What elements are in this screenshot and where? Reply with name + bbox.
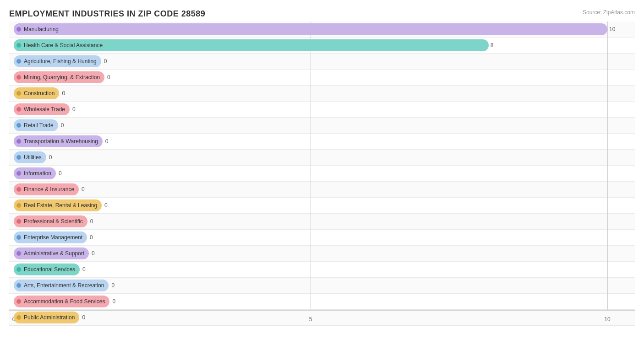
bar-row: Information0: [9, 166, 635, 182]
bar-pill-administrative: Administrative & Support: [14, 247, 89, 259]
bar-row: Agriculture, Fishing & Hunting0: [9, 54, 635, 70]
bar-row: Educational Services0: [9, 262, 635, 278]
dot-retail: [16, 123, 21, 128]
chart-container: EMPLOYMENT INDUSTRIES IN ZIP CODE 28589 …: [0, 0, 644, 355]
bar-row: Wholesale Trade0: [9, 102, 635, 118]
bar-pill-professional: Professional & Scientific: [14, 215, 87, 227]
bar-pill-wholesale: Wholesale Trade: [14, 103, 70, 115]
bar-pill-manufacturing: Manufacturing: [14, 23, 63, 35]
bar-pill-public: Public Administration: [14, 312, 79, 323]
source-text: Source: ZipAtlas.com: [583, 9, 635, 16]
bar-label-educational: Educational Services: [24, 266, 75, 273]
dot-administrative: [16, 251, 21, 256]
bar-value-mining: 0: [107, 74, 110, 81]
bar-label-manufacturing: Manufacturing: [24, 26, 59, 32]
bar-row: Enterprise Management0: [9, 230, 635, 246]
bars-container: Manufacturing10Health Care & Social Assi…: [9, 22, 635, 310]
chart-area: Manufacturing10Health Care & Social Assi…: [9, 22, 635, 326]
bar-row: Manufacturing10: [9, 22, 635, 38]
bar-pill-mining: Mining, Quarrying, & Extraction: [14, 71, 104, 83]
bar-row: Real Estate, Rental & Leasing0: [9, 198, 635, 214]
bar-value-information: 0: [59, 170, 62, 177]
bar-row: Health Care & Social Assistance8: [9, 38, 635, 54]
bar-label-realestate: Real Estate, Rental & Leasing: [24, 202, 97, 209]
bar-value-manufacturing: 10: [609, 26, 615, 32]
dot-realestate: [16, 203, 21, 208]
bar-value-administrative: 0: [92, 250, 95, 257]
bar-value-wholesale: 0: [72, 106, 76, 113]
dot-accommodation: [16, 299, 21, 304]
bar-pill-arts: Arts, Entertainment & Recreation: [14, 280, 109, 291]
x-tick-2: 10: [604, 316, 610, 323]
bar-pill-healthcare: Health Care & Social Assistance: [14, 39, 107, 51]
bar-value-utilities: 0: [49, 154, 52, 161]
bar-label-utilities: Utilities: [24, 154, 42, 161]
bar-label-information: Information: [24, 170, 51, 177]
bar-value-retail: 0: [61, 122, 64, 129]
bar-row: Construction0: [9, 86, 635, 102]
bar-row: Mining, Quarrying, & Extraction0: [9, 70, 635, 86]
bar-value-agriculture: 0: [104, 58, 107, 65]
dot-professional: [16, 219, 21, 224]
bar-label-wholesale: Wholesale Trade: [24, 106, 65, 113]
bar-pill-enterprise: Enterprise Management: [14, 231, 87, 243]
bar-row: Finance & Insurance0: [9, 182, 635, 198]
dot-transportation: [16, 139, 21, 144]
bar-row: Administrative & Support0: [9, 246, 635, 262]
bar-value-realestate: 0: [104, 202, 108, 209]
bar-label-retail: Retail Trade: [24, 122, 54, 129]
x-axis: 0510: [9, 310, 635, 326]
bar-pill-retail: Retail Trade: [14, 119, 58, 131]
bar-row: Professional & Scientific0: [9, 214, 635, 230]
bar-label-transportation: Transportation & Warehousing: [24, 138, 98, 145]
bar-label-arts: Arts, Entertainment & Recreation: [24, 282, 104, 289]
dot-mining: [16, 75, 21, 80]
dot-information: [16, 171, 21, 176]
bar-pill-information: Information: [14, 167, 56, 179]
bar-value-professional: 0: [90, 218, 93, 225]
x-tick-1: 5: [309, 316, 312, 323]
bar-row: Arts, Entertainment & Recreation0: [9, 278, 635, 294]
bar-label-agriculture: Agriculture, Fishing & Hunting: [24, 58, 97, 65]
dot-public: [16, 315, 21, 320]
bar-label-public: Public Administration: [24, 314, 75, 321]
bar-pill-utilities: Utilities: [14, 151, 46, 163]
dot-construction: [16, 91, 21, 96]
bar-label-accommodation: Accommodation & Food Services: [24, 298, 105, 305]
bar-pill-realestate: Real Estate, Rental & Leasing: [14, 199, 102, 211]
dot-arts: [16, 283, 21, 288]
bar-value-educational: 0: [82, 266, 86, 273]
bar-label-enterprise: Enterprise Management: [24, 234, 82, 241]
bar-label-professional: Professional & Scientific: [24, 218, 83, 225]
bar-row: Accommodation & Food Services0: [9, 294, 635, 310]
grid-line-1: [311, 22, 311, 310]
bar-pill-accommodation: Accommodation & Food Services: [14, 296, 109, 307]
dot-finance: [16, 187, 21, 192]
dot-healthcare: [16, 43, 21, 48]
bar-row: Transportation & Warehousing0: [9, 134, 635, 150]
bar-value-finance: 0: [82, 186, 85, 193]
bar-pill-agriculture: Agriculture, Fishing & Hunting: [14, 55, 101, 67]
bar-label-healthcare: Health Care & Social Assistance: [24, 42, 103, 48]
bar-value-accommodation: 0: [112, 298, 115, 305]
bar-pill-finance: Finance & Insurance: [14, 183, 79, 195]
bar-row: Utilities0: [9, 150, 635, 166]
grid-line-2: [607, 22, 608, 310]
bar-pill-construction: Construction: [14, 87, 59, 99]
bar-value-construction: 0: [62, 90, 65, 97]
dot-enterprise: [16, 235, 21, 240]
bar-manufacturing: [14, 23, 607, 35]
bar-row: Retail Trade0: [9, 118, 635, 134]
bar-label-mining: Mining, Quarrying, & Extraction: [24, 74, 100, 81]
dot-educational: [16, 267, 21, 272]
dot-utilities: [16, 155, 21, 160]
bar-value-enterprise: 0: [90, 234, 93, 241]
dot-wholesale: [16, 107, 21, 112]
bar-value-healthcare: 8: [491, 42, 494, 48]
chart-title: EMPLOYMENT INDUSTRIES IN ZIP CODE 28589: [9, 9, 635, 19]
dot-agriculture: [16, 59, 21, 64]
bar-label-finance: Finance & Insurance: [24, 186, 74, 193]
bar-pill-educational: Educational Services: [14, 264, 80, 275]
bar-label-construction: Construction: [24, 90, 55, 97]
bar-value-public: 0: [82, 314, 85, 321]
